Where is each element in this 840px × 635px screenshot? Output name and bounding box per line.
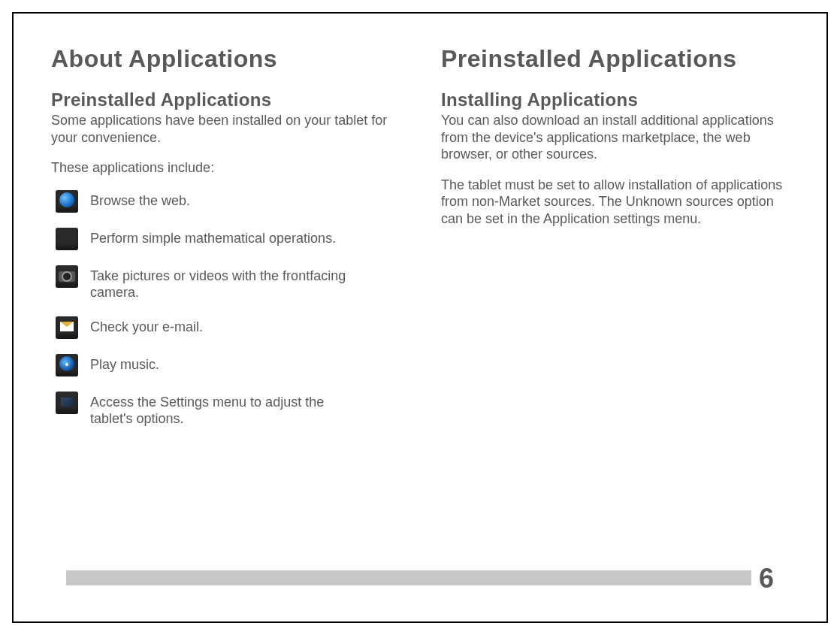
left-intro-1: Some applications have been installed on… (51, 112, 399, 146)
settings-icon (56, 392, 78, 414)
page-number: 6 (751, 563, 774, 594)
right-title: Preinstalled Applications (441, 45, 789, 73)
app-desc-calculator: Perform simple mathematical operations. (90, 228, 336, 247)
right-p2: The tablet must be set to allow installa… (441, 177, 789, 228)
app-row-camera: Take pictures or videos with the frontfa… (51, 265, 399, 301)
right-column: Preinstalled Applications Installing App… (441, 45, 789, 443)
app-row-browser: Browse the web. (51, 190, 399, 213)
footer-bar (66, 570, 774, 585)
right-p1: You can also download an install additio… (441, 112, 789, 163)
email-icon (56, 316, 78, 339)
app-row-music: Play music. (51, 354, 399, 376)
app-desc-music: Play music. (90, 354, 159, 373)
app-row-calculator: Perform simple mathematical operations. (51, 228, 399, 250)
app-list: Browse the web. Perform simple mathemati… (51, 190, 399, 428)
left-column: About Applications Preinstalled Applicat… (51, 45, 399, 443)
app-desc-browser: Browse the web. (90, 190, 190, 210)
columns: About Applications Preinstalled Applicat… (51, 45, 789, 443)
app-desc-email: Check your e-mail. (90, 316, 203, 336)
left-intro-2: These applications include: (51, 159, 399, 177)
left-title: About Applications (51, 45, 399, 73)
music-icon (56, 354, 78, 376)
camera-icon (56, 265, 78, 288)
app-row-settings: Access the Settings menu to adjust the t… (51, 392, 399, 428)
page-frame: About Applications Preinstalled Applicat… (12, 12, 828, 623)
app-desc-camera: Take pictures or videos with the frontfa… (90, 265, 368, 301)
app-desc-settings: Access the Settings menu to adjust the t… (90, 392, 368, 428)
app-row-email: Check your e-mail. (51, 316, 399, 339)
calculator-icon (56, 228, 78, 250)
browser-icon (56, 190, 78, 213)
right-subtitle: Installing Applications (441, 89, 789, 110)
left-subtitle: Preinstalled Applications (51, 89, 399, 110)
